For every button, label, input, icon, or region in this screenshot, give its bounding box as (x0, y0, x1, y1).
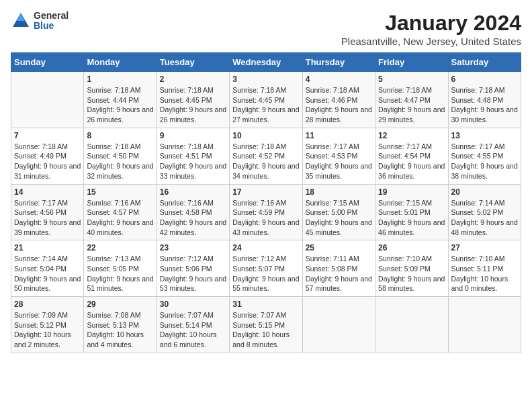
day-number: 8 (87, 131, 153, 140)
day-number: 19 (378, 187, 445, 197)
header: General Blue January 2024 Pleasantville,… (11, 11, 521, 47)
daylight-text: Daylight: 9 hours and 43 minutes. (232, 218, 299, 236)
day-info: Sunrise: 7:14 AMSunset: 5:04 PMDaylight:… (14, 254, 81, 293)
day-info: Sunrise: 7:16 AMSunset: 4:58 PMDaylight:… (160, 198, 226, 238)
sunrise-text: Sunrise: 7:13 AM (87, 255, 140, 263)
daylight-text: Daylight: 9 hours and 57 minutes. (306, 275, 372, 293)
calendar-cell (11, 72, 84, 128)
day-number: 23 (160, 243, 226, 253)
day-info: Sunrise: 7:17 AMSunset: 4:55 PMDaylight:… (451, 142, 518, 181)
day-info: Sunrise: 7:18 AMSunset: 4:44 PMDaylight:… (87, 85, 153, 125)
location-title: Pleasantville, New Jersey, United States (341, 36, 521, 47)
header-day-monday: Monday (84, 53, 157, 72)
daylight-text: Daylight: 9 hours and 26 minutes. (87, 105, 153, 124)
sunset-text: Sunset: 4:53 PM (306, 152, 358, 160)
day-info: Sunrise: 7:16 AMSunset: 4:59 PMDaylight:… (232, 198, 299, 238)
sunset-text: Sunset: 5:00 PM (306, 208, 358, 216)
day-info: Sunrise: 7:12 AMSunset: 5:06 PMDaylight:… (160, 254, 226, 293)
day-info: Sunrise: 7:10 AMSunset: 5:11 PMDaylight:… (451, 254, 518, 293)
day-number: 3 (232, 75, 299, 84)
sunrise-text: Sunrise: 7:12 AM (160, 255, 214, 263)
calendar-cell: 16Sunrise: 7:16 AMSunset: 4:58 PMDayligh… (157, 184, 229, 240)
header-day-tuesday: Tuesday (157, 53, 229, 72)
daylight-text: Daylight: 10 hours and 0 minutes. (451, 275, 508, 293)
sunrise-text: Sunrise: 7:18 AM (160, 142, 214, 150)
day-number: 18 (306, 187, 372, 197)
day-number: 20 (451, 187, 518, 197)
sunrise-text: Sunrise: 7:10 AM (378, 255, 432, 263)
sunset-text: Sunset: 5:04 PM (14, 265, 66, 273)
sunset-text: Sunset: 5:07 PM (232, 265, 285, 273)
sunset-text: Sunset: 4:45 PM (232, 96, 285, 104)
sunrise-text: Sunrise: 7:15 AM (306, 199, 359, 207)
calendar-cell: 30Sunrise: 7:07 AMSunset: 5:14 PMDayligh… (157, 297, 229, 353)
daylight-text: Daylight: 9 hours and 35 minutes. (306, 162, 372, 180)
calendar-week-row: 7Sunrise: 7:18 AMSunset: 4:49 PMDaylight… (11, 128, 521, 184)
calendar-cell: 8Sunrise: 7:18 AMSunset: 4:50 PMDaylight… (84, 128, 157, 184)
daylight-text: Daylight: 9 hours and 28 minutes. (306, 105, 372, 124)
daylight-text: Daylight: 9 hours and 50 minutes. (14, 275, 81, 293)
sunset-text: Sunset: 4:54 PM (378, 152, 431, 160)
header-day-thursday: Thursday (302, 53, 375, 72)
calendar-cell: 21Sunrise: 7:14 AMSunset: 5:04 PMDayligh… (11, 240, 84, 297)
sunrise-text: Sunrise: 7:18 AM (306, 86, 359, 94)
calendar-cell: 28Sunrise: 7:09 AMSunset: 5:12 PMDayligh… (11, 297, 84, 353)
day-info: Sunrise: 7:15 AMSunset: 5:00 PMDaylight:… (306, 198, 372, 238)
calendar-cell: 12Sunrise: 7:17 AMSunset: 4:54 PMDayligh… (375, 128, 448, 184)
calendar-cell: 24Sunrise: 7:12 AMSunset: 5:07 PMDayligh… (230, 240, 302, 297)
logo-icon (11, 11, 31, 31)
daylight-text: Daylight: 9 hours and 40 minutes. (87, 218, 153, 236)
calendar-week-row: 14Sunrise: 7:17 AMSunset: 4:56 PMDayligh… (11, 184, 521, 240)
calendar-cell: 11Sunrise: 7:17 AMSunset: 4:53 PMDayligh… (302, 128, 375, 184)
day-info: Sunrise: 7:12 AMSunset: 5:07 PMDaylight:… (232, 254, 299, 293)
day-number: 28 (14, 300, 81, 309)
day-number: 1 (87, 75, 153, 84)
daylight-text: Daylight: 10 hours and 4 minutes. (87, 330, 144, 349)
sunset-text: Sunset: 5:11 PM (451, 265, 504, 273)
day-number: 26 (378, 243, 445, 253)
day-info: Sunrise: 7:18 AMSunset: 4:46 PMDaylight:… (306, 85, 372, 125)
day-info: Sunrise: 7:08 AMSunset: 5:13 PMDaylight:… (87, 310, 153, 350)
sunrise-text: Sunrise: 7:09 AM (14, 311, 68, 319)
sunset-text: Sunset: 4:47 PM (378, 96, 431, 104)
day-info: Sunrise: 7:18 AMSunset: 4:51 PMDaylight:… (160, 142, 226, 181)
daylight-text: Daylight: 9 hours and 48 minutes. (451, 218, 518, 236)
calendar-cell: 17Sunrise: 7:16 AMSunset: 4:59 PMDayligh… (230, 184, 302, 240)
daylight-text: Daylight: 9 hours and 58 minutes. (378, 275, 445, 293)
day-number: 13 (451, 131, 518, 140)
day-number: 30 (160, 300, 226, 309)
sunset-text: Sunset: 4:49 PM (14, 152, 66, 160)
day-info: Sunrise: 7:18 AMSunset: 4:45 PMDaylight:… (160, 85, 226, 125)
sunrise-text: Sunrise: 7:18 AM (87, 142, 140, 150)
sunset-text: Sunset: 5:08 PM (306, 265, 358, 273)
calendar-cell: 19Sunrise: 7:15 AMSunset: 5:01 PMDayligh… (375, 184, 448, 240)
daylight-text: Daylight: 9 hours and 36 minutes. (378, 162, 445, 180)
sunset-text: Sunset: 4:57 PM (87, 208, 139, 216)
day-number: 22 (87, 243, 153, 253)
day-info: Sunrise: 7:13 AMSunset: 5:05 PMDaylight:… (87, 254, 153, 293)
month-title: January 2024 (341, 11, 521, 36)
sunset-text: Sunset: 5:12 PM (14, 321, 66, 329)
sunset-text: Sunset: 5:01 PM (378, 208, 431, 216)
daylight-text: Daylight: 9 hours and 33 minutes. (160, 162, 226, 180)
sunrise-text: Sunrise: 7:16 AM (232, 199, 286, 207)
daylight-text: Daylight: 9 hours and 46 minutes. (378, 218, 445, 236)
day-info: Sunrise: 7:11 AMSunset: 5:08 PMDaylight:… (306, 254, 372, 293)
svg-marker-1 (17, 13, 25, 21)
daylight-text: Daylight: 10 hours and 2 minutes. (14, 330, 71, 349)
calendar-cell: 29Sunrise: 7:08 AMSunset: 5:13 PMDayligh… (84, 297, 157, 353)
day-number: 12 (378, 131, 445, 140)
day-info: Sunrise: 7:18 AMSunset: 4:49 PMDaylight:… (14, 142, 81, 181)
daylight-text: Daylight: 9 hours and 32 minutes. (87, 162, 153, 180)
daylight-text: Daylight: 9 hours and 31 minutes. (14, 162, 81, 180)
day-number: 4 (306, 75, 372, 84)
sunset-text: Sunset: 4:51 PM (160, 152, 212, 160)
calendar-cell (448, 297, 521, 353)
daylight-text: Daylight: 9 hours and 42 minutes. (160, 218, 226, 236)
sunrise-text: Sunrise: 7:17 AM (378, 142, 432, 150)
sunset-text: Sunset: 5:13 PM (87, 321, 139, 329)
calendar-week-row: 1Sunrise: 7:18 AMSunset: 4:44 PMDaylight… (11, 72, 521, 128)
sunset-text: Sunset: 4:50 PM (87, 152, 139, 160)
day-number: 2 (160, 75, 226, 84)
sunrise-text: Sunrise: 7:14 AM (14, 255, 68, 263)
